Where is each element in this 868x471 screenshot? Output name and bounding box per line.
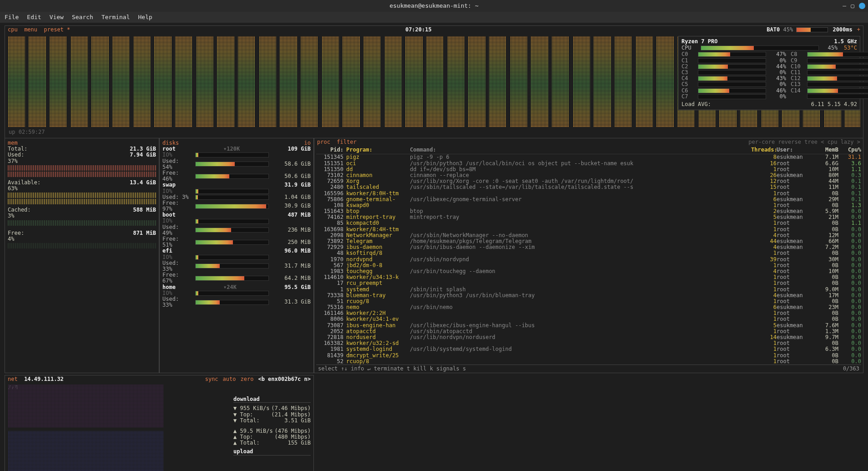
core-C9: C9 0% [791,58,868,64]
proc-row[interactable]: 73102 cinnamon cinnamon --replace 26 esu… [316,172,861,178]
menu-help[interactable]: Help [138,14,152,20]
disk-swap: swap31.9 GiB [162,182,311,188]
proc-row[interactable]: 85 kcompactd0 1 root 0B 1.1 [316,220,861,226]
menu-key[interactable]: menu [24,26,37,33]
proc-row[interactable]: 48 ksoftirqd/8 1 root 0B 0.0 [316,250,861,256]
proc-row[interactable]: 161146 kworker/2:2H 1 root 0B 0.0 [316,310,861,316]
cpu-total-pct: 45% [828,45,838,51]
proc-row[interactable]: 2052 atopacctd /usr/sbin/atopacctd 1 roo… [316,329,861,334]
proc-row[interactable]: 72818 norduserd /usr/lib/nordvpn/norduse… [316,334,861,340]
maximize-icon[interactable]: ▢ [851,3,854,9]
proc-row[interactable]: 151643 btop btop 2 esukmean 5.9M 0.0 [316,208,861,214]
proc-row[interactable]: 74162 mintreport-tray mintreport-tray 5 … [316,214,861,220]
proc-row[interactable]: 2098 NetworkManager /usr/sbin/NetworkMan… [316,233,861,238]
core-C10: C10 42% [791,64,868,70]
net-stats: download ▼ 955 KiB/s(7.46 Mibps) ▼ Top:(… [233,394,311,458]
core-C4: C4 43% [681,76,786,81]
menu-edit[interactable]: Edit [27,14,41,20]
download-header: download [233,396,311,403]
battery-label: BAT0 45% [767,27,828,33]
proc-row[interactable]: 1 systemd /sbin/init splash 1 root 9.0M … [316,287,861,293]
proc-row[interactable]: 81439 dmcrypt_write/25 1 root 0B 0.0 [316,353,861,359]
proc-row[interactable]: 163382 kworker/u32:2-sd 1 root 0B 0.0 [316,340,861,346]
loadavg-values: 6.11 5.15 4.92 [811,101,857,107]
disk-root: root▾120K109 GiB [162,146,311,152]
proc-row[interactable]: 51 rcuog/8 1 root 0B 0.0 [316,299,861,304]
uptime: up 02:59:27 [5,128,863,136]
disks-panel: disks io root▾120K109 GiB IO% Used: 54% … [159,138,314,373]
plus-icon[interactable]: + [857,27,860,33]
core-C0: C0 47% [681,51,786,57]
cpu-total-bar [701,46,819,51]
disk-efi: efi96.0 MiB [162,248,311,254]
proc-row[interactable]: 52 rcuop/8 1 root 0B 0.0 [316,359,861,365]
proc-row[interactable]: 73892 Telegram /home/esukmean/pkgs/Teleg… [316,238,861,244]
proc-row[interactable]: 151345 pigz pigz -9 -p 6 8 esukmean 7.1M… [316,154,861,160]
upload-header: upload [233,449,311,455]
net-iface[interactable]: <b enx002b67c n> [258,376,311,382]
core- [791,94,868,99]
refresh-interval[interactable]: 2000ms [833,27,852,33]
proc-footer: select ↑↓ info ↵ terminate t kill k sign… [316,365,861,373]
mem-panel: mem Total:21.3 GiB Used:7.94 GiB 37% Ava… [5,138,159,373]
proc-row[interactable]: 72929 ibus-daemon /usr/bin/ibus-daemon -… [316,244,861,250]
proc-row[interactable]: 75316 nemo /usr/bin/nemo 6 esukmean 23M … [316,304,861,310]
proc-row[interactable]: 1983 touchegg /usr/bin/touchegg --daemon… [316,268,861,274]
core-C8: C8 53% [791,51,868,57]
cpu-temp: 53°C [844,45,857,51]
proc-keys[interactable]: select ↑↓ info ↵ terminate t kill k sign… [318,366,466,372]
cpu-key[interactable]: cpu [8,26,18,33]
menu-terminal[interactable]: Terminal [101,14,130,20]
core-C2: C2 44% [681,64,786,70]
cpu-total-label: CPU [681,45,691,51]
net-sync[interactable]: sync [205,376,218,382]
core-C1: C1 0% [681,58,786,64]
proc-row[interactable]: 151350 dd dd if=/dev/sdb bs=8M 1 root 10… [316,167,861,172]
mem-cached-bar [8,220,156,226]
net-graph [8,385,163,471]
core-C13: C13 0% [791,81,868,87]
loadavg-label: Load AVG: [681,101,711,107]
cpu-side-panel: Ryzen 7 PRO 1.5 GHz CPU 45% 53°C C0 47% … [678,36,860,110]
proc-filter[interactable]: filter [337,139,356,145]
net-panel: net 14.49.111.32 sync auto zero <b enx00… [5,375,314,471]
core-C14: C14 45% [791,88,868,94]
window-titlebar: esukmean@esukmean-mint: ~ — ▢ [0,0,868,12]
proc-row[interactable]: 1970 nordvpnd /usr/sbin/nordvpnd 39 root… [316,257,861,263]
proc-row[interactable]: 567 jbd2/dm-0-8 1 root 0B 0.0 [316,263,861,268]
proc-row[interactable]: 73338 blueman-tray /usr/bin/python3 /usr… [316,293,861,299]
proc-row[interactable]: 108 kswapd0 1 root 0B 1.3 [316,203,861,208]
proc-title: proc [317,139,330,145]
proc-row[interactable]: 73087 ibus-engine-han /usr/libexec/ibus-… [316,323,861,329]
menu-search[interactable]: Search [72,14,93,20]
net-auto[interactable]: auto [223,376,236,382]
proc-row[interactable]: 114610 kworker/u34:13-k 1 root 0B 0.0 [316,274,861,280]
core-C3: C3 0% [681,70,786,76]
proc-row[interactable]: 163698 kworker/8:4H-ttm 1 root 0B 0.0 [316,227,861,233]
menu-view[interactable]: View [50,14,64,20]
minimize-icon[interactable]: — [843,3,846,9]
proc-row[interactable]: 165596 kworker/8:0H-ttm 1 root 0B 0.1 [316,191,861,197]
core-C12: C12 44% [791,76,868,81]
core-C5: C5 0% [681,81,786,87]
proc-flags[interactable]: per-core reverse tree < cpu lazy > [748,139,860,145]
window-title: esukmean@esukmean-mint: ~ [389,3,479,9]
close-icon[interactable] [859,3,865,9]
proc-position: 0/363 [843,366,859,372]
cpu-model: Ryzen 7 PRO [681,39,717,45]
proc-row[interactable]: 72659 Xorg /usr/lib/xorg/Xorg -core :0 -… [316,178,861,184]
net-zero[interactable]: zero [241,376,254,382]
menu-file[interactable]: File [5,14,19,20]
net-ip: 14.49.111.32 [24,376,64,382]
core-C11: C11 0% [791,70,868,76]
proc-panel: proc filter per-core reverse tree < cpu … [314,138,863,373]
proc-row[interactable]: 2480 tailscaled /usr/sbin/tailscaled --s… [316,184,861,190]
preset-key[interactable]: preset * [44,26,71,33]
proc-row[interactable]: 8006 kworker/u34:1-ev 1 root 0B 0.0 [316,316,861,322]
proc-row[interactable]: 75806 gnome-terminal- /usr/libexec/gnome… [316,197,861,203]
proc-row[interactable]: 1981 systemd-logind /usr/lib/systemd/sys… [316,346,861,352]
mem-used-bar [8,165,156,171]
proc-row[interactable]: 151351 oci /usr/bin/python3 /usr/local/b… [316,161,861,167]
proc-header[interactable]: Pid: Program: Command: Threads: User: Me… [316,146,861,154]
proc-row[interactable]: 17 rcu_preempt 1 root 0B 0.0 [316,280,861,286]
